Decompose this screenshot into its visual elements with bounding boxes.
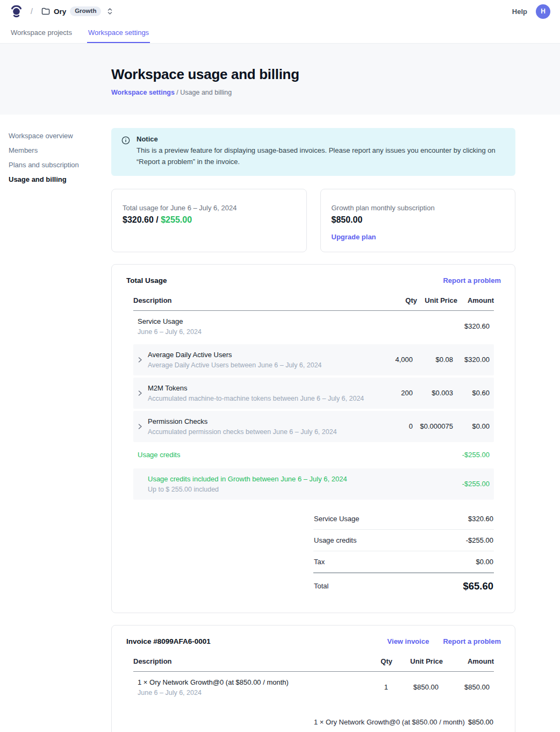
summary-value: $0.00 bbox=[476, 558, 493, 566]
notice-body: This is a preview feature for displaying… bbox=[137, 145, 505, 168]
row-title: 1 × Ory Network Growth@0 (at $850.00 / m… bbox=[138, 678, 340, 686]
table-row-m2m-tokens: M2M Tokens Accumulated machine-to-machin… bbox=[133, 378, 494, 409]
sidebar-item-plans-and-subscription[interactable]: Plans and subscription bbox=[9, 158, 106, 172]
table-row-average-daily-active-users: Average Daily Active Users Average Daily… bbox=[133, 344, 494, 375]
chevron-right-icon[interactable] bbox=[138, 423, 143, 430]
row-title: Usage credits included in Growth between… bbox=[148, 475, 370, 483]
row-subtitle: Up to $ 255.00 included bbox=[148, 486, 370, 493]
summary-label: Usage credits bbox=[314, 536, 356, 544]
col-amount: Amount bbox=[457, 296, 494, 304]
table-row-usage-credits: Usage credits -$255.00 bbox=[133, 442, 494, 466]
total-usage-panel: Total Usage Report a problem Description… bbox=[111, 264, 515, 613]
row-unit-price: $0.08 bbox=[413, 356, 453, 364]
main-panel: Notice This is a preview feature for dis… bbox=[111, 115, 515, 732]
summary-label: Tax bbox=[314, 558, 325, 566]
row-title: Permission Checks bbox=[148, 417, 337, 425]
page-header: Workspace usage and billing Workspace se… bbox=[0, 44, 560, 115]
summary-row-service-usage: Service Usage $320.60 bbox=[313, 508, 494, 530]
summary-cards: Total usage for June 6 – July 6, 2024 $3… bbox=[111, 189, 515, 252]
row-title: Usage credits bbox=[138, 451, 370, 459]
preview-notice: Notice This is a preview feature for dis… bbox=[111, 128, 515, 176]
workspace-tabbar: Workspace projects Workspace settings bbox=[0, 23, 560, 44]
total-usage-card: Total usage for June 6 – July 6, 2024 $3… bbox=[111, 189, 307, 252]
tab-workspace-settings[interactable]: Workspace settings bbox=[87, 23, 150, 43]
summary-value: $850.00 bbox=[468, 718, 493, 726]
col-amount: Amount bbox=[443, 657, 494, 665]
usage-amount: $320.60 bbox=[123, 215, 154, 224]
workspace-plan-badge: Growth bbox=[70, 6, 101, 16]
row-subtitle: Accumulated permission checks between Ju… bbox=[148, 428, 337, 436]
ory-logo-icon[interactable] bbox=[10, 4, 23, 18]
usage-separator: / bbox=[154, 215, 161, 224]
row-amount: -$255.00 bbox=[453, 451, 490, 459]
report-problem-link[interactable]: Report a problem bbox=[443, 276, 501, 285]
col-unit-price: Unit Price bbox=[417, 296, 457, 304]
sidebar-item-members[interactable]: Members bbox=[9, 143, 106, 158]
row-amount: $320.60 bbox=[453, 322, 490, 330]
row-unit-price: $0.003 bbox=[413, 389, 453, 397]
summary-total-value: $65.60 bbox=[463, 580, 493, 592]
summary-row-usage-credits: Usage credits -$255.00 bbox=[313, 530, 494, 551]
row-amount: -$255.00 bbox=[453, 480, 490, 488]
row-title: M2M Tokens bbox=[148, 384, 364, 392]
row-qty: 1 bbox=[340, 683, 388, 691]
row-subtitle: Average Daily Active Users between June … bbox=[148, 361, 322, 369]
topbar: / Ory Growth Help H bbox=[0, 0, 560, 23]
user-avatar[interactable]: H bbox=[536, 4, 550, 19]
row-title: Service Usage bbox=[138, 317, 370, 325]
subscription-card: Growth plan monthly subscription $850.00… bbox=[320, 189, 516, 252]
workspace-switcher[interactable]: Ory Growth bbox=[41, 6, 113, 16]
page-title: Workspace usage and billing bbox=[111, 66, 560, 83]
summary-row-tax: Tax $0.00 bbox=[313, 551, 494, 573]
content: Workspace overview Members Plans and sub… bbox=[0, 115, 560, 732]
breadcrumb: Workspace settings / Usage and billing bbox=[111, 89, 560, 96]
row-amount: $320.00 bbox=[453, 356, 490, 364]
usage-summary: Service Usage $320.60 Usage credits -$25… bbox=[313, 508, 494, 599]
table-row-invoice-item: 1 × Ory Network Growth@0 (at $850.00 / m… bbox=[133, 672, 494, 703]
col-description: Description bbox=[133, 296, 374, 304]
summary-row-total: Total $65.60 bbox=[313, 573, 494, 599]
chevron-right-icon[interactable] bbox=[138, 390, 143, 396]
total-usage-value: $320.60 / $255.00 bbox=[123, 215, 296, 225]
summary-value: -$255.00 bbox=[466, 536, 493, 544]
breadcrumb-current: Usage and billing bbox=[180, 89, 232, 96]
summary-label: Total bbox=[314, 582, 328, 590]
invoice-table-header: Description Qty Unit Price Amount bbox=[133, 657, 494, 672]
row-qty: 200 bbox=[370, 389, 413, 397]
usage-table-header: Description Qty Unit Price Amount bbox=[133, 296, 494, 311]
row-subtitle: Accumulated machine-to-machine tokens be… bbox=[148, 395, 364, 402]
breadcrumb-separator: / bbox=[31, 7, 33, 16]
row-amount: $0.00 bbox=[453, 422, 490, 430]
workspace-name: Ory bbox=[54, 8, 66, 16]
invoice-panel-title: Invoice #8099AFA6-0001 bbox=[126, 637, 211, 645]
col-qty: Qty bbox=[344, 657, 392, 665]
row-amount: $850.00 bbox=[439, 683, 490, 691]
breadcrumb-workspace-settings-link[interactable]: Workspace settings bbox=[111, 89, 175, 96]
chevron-right-icon[interactable] bbox=[138, 357, 143, 363]
invoice-panel: Invoice #8099AFA6-0001 View invoice Repo… bbox=[111, 625, 515, 732]
col-description: Description bbox=[133, 657, 344, 665]
usage-credit-amount: $255.00 bbox=[161, 215, 192, 224]
chevron-updown-icon[interactable] bbox=[107, 8, 113, 15]
view-invoice-link[interactable]: View invoice bbox=[387, 637, 429, 645]
row-qty: 4,000 bbox=[370, 356, 413, 364]
row-unit-price: $0.000075 bbox=[413, 422, 453, 430]
sidebar-item-usage-and-billing[interactable]: Usage and billing bbox=[9, 172, 106, 187]
subscription-value: $850.00 bbox=[332, 215, 505, 225]
upgrade-plan-link[interactable]: Upgrade plan bbox=[332, 233, 376, 241]
sidebar-item-workspace-overview[interactable]: Workspace overview bbox=[9, 129, 106, 143]
tab-workspace-projects[interactable]: Workspace projects bbox=[10, 23, 73, 43]
table-row-service-usage: Service Usage June 6 – July 6, 2024 $320… bbox=[133, 311, 494, 342]
info-icon bbox=[121, 135, 130, 168]
table-row-permission-checks: Permission Checks Accumulated permission… bbox=[133, 411, 494, 442]
help-link[interactable]: Help bbox=[512, 8, 527, 16]
settings-sidenav: Workspace overview Members Plans and sub… bbox=[0, 115, 111, 187]
row-unit-price: $850.00 bbox=[388, 683, 439, 691]
subscription-label: Growth plan monthly subscription bbox=[332, 204, 505, 212]
row-qty: 0 bbox=[370, 422, 413, 430]
report-problem-link[interactable]: Report a problem bbox=[443, 637, 501, 645]
row-amount: $0.60 bbox=[453, 389, 490, 397]
folder-icon bbox=[41, 8, 50, 15]
usage-table: Description Qty Unit Price Amount Servic… bbox=[133, 296, 494, 599]
summary-row-item: 1 × Ory Network Growth@0 (at $850.00 / m… bbox=[313, 712, 494, 732]
